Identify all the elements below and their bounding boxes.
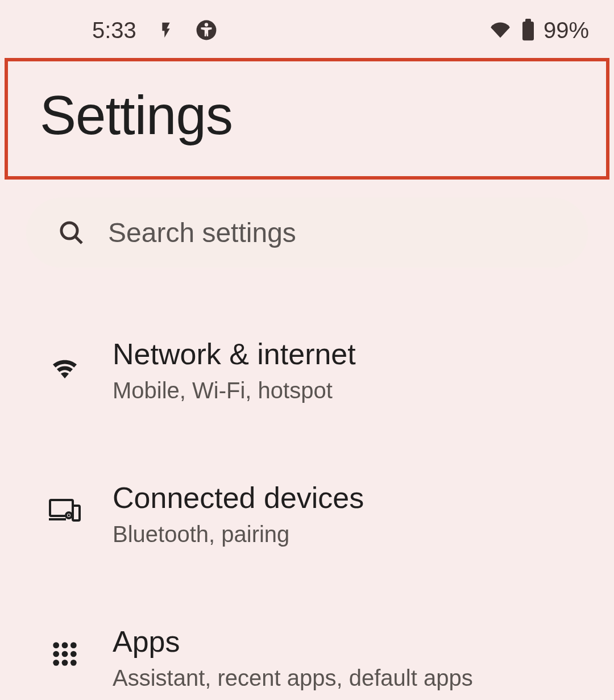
status-bar: 5:33 99% — [0, 0, 614, 56]
settings-list: Network & internet Mobile, Wi-Fi, hotspo… — [0, 313, 614, 700]
item-subtitle: Bluetooth, pairing — [113, 522, 364, 547]
svg-line-5 — [75, 236, 82, 243]
page-title-section: Settings — [5, 58, 609, 180]
battery-icon — [521, 19, 536, 41]
svg-point-19 — [70, 660, 77, 666]
search-bar[interactable]: Search settings — [26, 198, 588, 268]
svg-point-16 — [70, 651, 77, 657]
svg-point-12 — [62, 642, 68, 648]
wifi-icon — [488, 20, 513, 40]
page-title: Settings — [40, 84, 574, 147]
settings-item-apps[interactable]: Apps Assistant, recent apps, default app… — [25, 601, 589, 700]
item-text: Network & internet Mobile, Wi-Fi, hotspo… — [113, 335, 356, 403]
search-icon — [58, 219, 85, 247]
item-title: Network & internet — [113, 337, 356, 371]
devices-icon — [49, 494, 81, 526]
svg-point-18 — [62, 660, 68, 666]
svg-rect-8 — [73, 506, 80, 520]
svg-rect-3 — [525, 19, 531, 23]
item-text: Connected devices Bluetooth, pairing — [113, 478, 364, 547]
settings-item-network[interactable]: Network & internet Mobile, Wi-Fi, hotspo… — [25, 313, 589, 425]
lightning-icon — [157, 20, 175, 40]
apps-icon — [49, 638, 81, 670]
search-placeholder: Search settings — [108, 217, 296, 248]
svg-rect-2 — [522, 22, 534, 40]
svg-point-13 — [70, 642, 77, 648]
accessibility-icon — [196, 19, 217, 41]
wifi-icon — [49, 351, 81, 382]
status-bar-right: 99% — [488, 18, 589, 43]
item-text: Apps Assistant, recent apps, default app… — [113, 622, 473, 691]
svg-point-15 — [62, 651, 68, 657]
item-title: Connected devices — [113, 481, 364, 515]
status-time: 5:33 — [92, 18, 136, 43]
battery-percent: 99% — [544, 18, 589, 43]
item-subtitle: Assistant, recent apps, default apps — [113, 665, 473, 691]
svg-point-14 — [53, 651, 59, 657]
search-container: Search settings — [26, 198, 588, 268]
svg-point-10 — [68, 514, 70, 516]
settings-item-connected-devices[interactable]: Connected devices Bluetooth, pairing — [25, 457, 589, 569]
item-subtitle: Mobile, Wi-Fi, hotspot — [113, 378, 356, 403]
svg-point-4 — [61, 223, 77, 239]
item-title: Apps — [113, 624, 473, 659]
svg-point-17 — [53, 660, 59, 666]
status-bar-left: 5:33 — [92, 18, 217, 43]
svg-point-11 — [53, 642, 59, 648]
svg-point-1 — [205, 23, 208, 26]
